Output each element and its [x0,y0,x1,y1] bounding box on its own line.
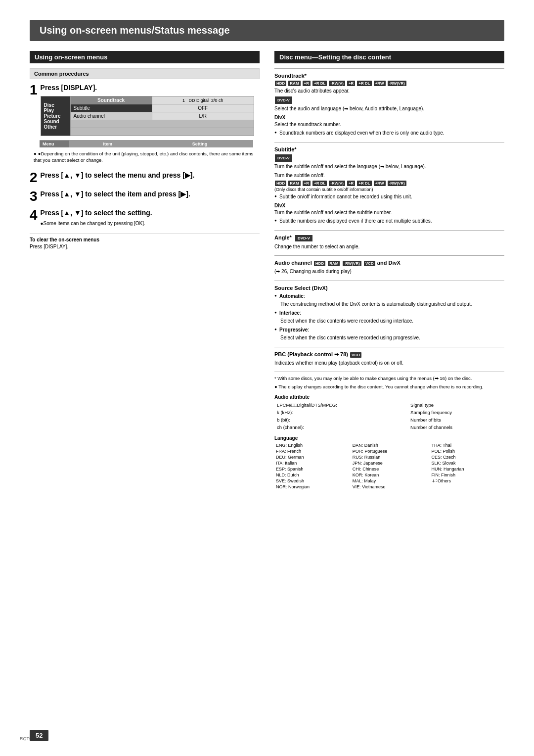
attr-row-3: b (bit): Number of bits [275,417,503,423]
badge-plus-r2: +R [347,81,355,86]
subtitle-item: Subtitle [70,104,152,112]
attr-row-2: k (kHz): Sampling frequency [275,409,503,416]
s-badge-plus-rw: +RW [374,181,386,186]
soundtrack-title: Soundtrack* [274,73,504,79]
l5c2: CHI: Chinese [351,466,430,472]
menu-footer-table: Menu Item Setting [40,140,253,147]
attr-val-1: Signal type [409,402,503,408]
subtitle-badges-note: (Only discs that contain subtitle on/off… [274,187,373,192]
l1c1: ENG: English [274,442,351,448]
step-4-block: 4 Press [▲, ▼] to select the setting. ●S… [30,208,260,229]
pbc-section: PBC (Playback control ➡ 78) VCD Indicate… [274,347,504,367]
subtitle-desc2: Turn the subtitle on/off. [274,172,504,180]
source-interlace-label: Interlace: [274,310,504,317]
l1c3: THA: Thai [430,442,504,448]
audio-channel-title: Audio channel HDD RAM -RW(VR) VCD and Di… [274,260,504,266]
l8c2: VIE: Vietnamese [351,484,430,490]
source-select-section: Source Select (DivX) Automatic: The cons… [274,281,504,342]
step-4-note: ●Some items can be changed by pressing [… [30,220,260,228]
s-badge-ram: RAM [288,181,300,186]
soundtrack-desc2: Select the audio and language (➡ below, … [274,105,504,113]
attr-val-2: Sampling frequency [409,409,503,416]
l7c1: SVE: Swedish [274,478,351,484]
language-title: Language [274,435,504,441]
s-badge-plus-r2: +R [347,181,355,186]
source-select-title: Source Select (DivX) [274,285,504,291]
item-label: Item [69,141,146,148]
source-progressive-desc: Select when the disc contents were recor… [274,334,504,342]
footnote-2: ● The display changes according to the d… [274,383,504,390]
attr-label-4: ch (channel): [275,424,408,430]
to-clear-title: To clear the on-screen menus [30,237,260,242]
step-2-block: 2 Press [▲, ▼] to select the menu and pr… [30,171,260,185]
badge-hdd: HDD [275,81,286,86]
setting-val-3: L/R [152,112,254,120]
attr-label-2: k (kHz): [275,409,408,416]
badge-plus-r: +R [303,81,311,86]
step-1-text: Press [DISPLAY]. [30,83,260,92]
source-auto-desc: The constructing method of the DivX cont… [274,301,504,308]
soundtrack-badges: HDD RAM +R +R DL -RW(V) +R +R DL +RW -RW… [274,81,504,86]
step-4-number: 4 [30,208,38,222]
l3c1: DEU: German [274,454,351,460]
attr-val-4: Number of channels [409,424,503,430]
right-section-title: Disc menu—Setting the disc content [274,51,504,63]
soundtrack-desc1: The disc's audio attributes appear. [274,88,504,95]
step-1-number: 1 [30,83,38,97]
lang-row-1: ENG: English DAN: Danish THA: Thai [274,442,504,448]
menu-label: Menu [40,141,69,148]
l7c2: MAL: Malay [351,478,430,484]
source-auto-label: Automatic: [274,293,504,300]
subtitle-note1: Subtitle on/off information cannot be re… [274,193,504,201]
subtitle-badges: HDD RAM +R +R DL -RW(V) +R +R DL +RW -RW… [274,181,504,192]
soundtrack-desc3: Select the soundtrack number. [274,121,504,129]
angle-section: Angle* DVD-V Change the number to select… [274,230,504,251]
l7c3: ∔∶ Others [430,478,504,484]
right-column: Disc menu—Setting the disc content Sound… [274,51,504,490]
step-1-note: ●Depending on the condition of the unit … [34,150,260,164]
soundtrack-dvdv: DVD-V [274,96,504,104]
s-badge-plus-r-dl: +R DL [312,181,327,186]
l6c3: FIN: Finnish [430,472,504,478]
language-block: Language ENG: English DAN: Danish THA: T… [274,435,504,490]
subtitle-dvdv: DVD-V [274,154,504,162]
menu-col-header: DiscPlayPictureSoundOther [41,96,70,136]
l1c2: DAN: Danish [351,442,430,448]
l4c3: SLK: Slovak [430,460,504,466]
empty-row-1 [70,120,254,128]
lang-row-2: FRA: French POR: Portuguese POL: Polish [274,448,504,454]
lang-row-8: NOR: Norwegian VIE: Vietnamese [274,484,504,490]
badge-plus-r-dl: +R DL [312,81,327,86]
attr-val-3: Number of bits [409,417,503,423]
badge-rw-v: -RW(V) [329,81,345,86]
step-2-text: Press [▲, ▼] to select the menu and pres… [30,171,260,180]
l6c2: KOR: Korean [351,472,430,478]
source-interlace-desc: Select when the disc contents were recor… [274,318,504,325]
lang-row-5: ESP: Spanish CHI: Chinese HUN: Hungarian [274,466,504,472]
language-table: ENG: English DAN: Danish THA: Thai FRA: … [274,442,504,490]
attr-row-1: LPCM/□□Digital/DTS/MPEG: Signal type [275,402,503,408]
badge-ram: RAM [288,81,300,86]
footnote-1: * With some discs, you may only be able … [274,375,504,382]
pbc-title: PBC (Playback control ➡ 78) VCD [274,351,504,358]
angle-desc1: Change the number to select an angle. [274,243,504,251]
step-3-block: 3 Press [▲, ▼] to select the item and pr… [30,189,260,203]
pbc-badge-vcd: VCD [350,352,361,358]
audio-channel-section: Audio channel HDD RAM -RW(VR) VCD and Di… [274,255,504,276]
soundtrack-note1: Soundtrack numbers are displayed even wh… [274,130,504,137]
angle-title: Angle* DVD-V [274,235,504,241]
audio-item: Audio channel [70,112,152,120]
l6c1: NLD: Dutch [274,472,351,478]
l4c1: ITA: Italian [274,460,351,466]
subtitle-desc1: Turn the subtitle on/off and select the … [274,163,504,171]
s-badge-plus-r: +R [303,181,311,186]
dvdv-badge-1: DVD-V [275,96,292,104]
l3c2: RUS: Russian [351,454,430,460]
s-badge-rw-v: -RW(V) [329,181,345,186]
empty-row-2 [70,128,254,136]
source-progressive-label: Progressive: [274,327,504,334]
step-4-text: Press [▲, ▼] to select the setting. [30,208,260,217]
step-3-text: Press [▲, ▼] to select the item and pres… [30,189,260,198]
l2c3: POL: Polish [430,448,504,454]
page: Using on-screen menus/Status message Usi… [0,0,534,756]
